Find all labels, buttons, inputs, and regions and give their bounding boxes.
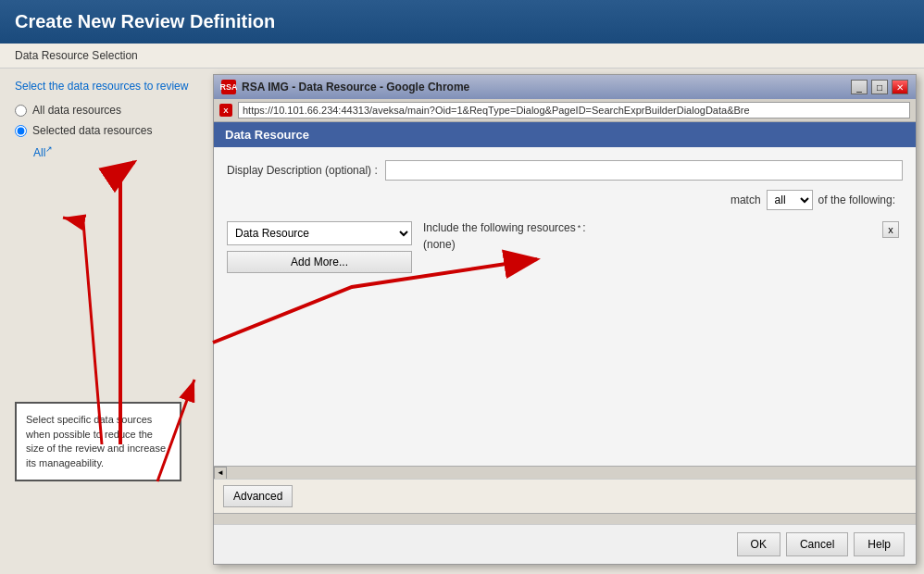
dr-left: Data Resource Add More... bbox=[227, 221, 412, 273]
match-row: match all any of the following: bbox=[227, 190, 903, 210]
help-button[interactable]: Help bbox=[854, 532, 905, 556]
page-title: Create New Review Definition bbox=[15, 11, 909, 32]
dialog-footer: OK Cancel Help bbox=[214, 524, 916, 564]
of-following-label: of the following: bbox=[818, 193, 895, 206]
match-label: match bbox=[730, 193, 761, 206]
include-close-button[interactable]: x bbox=[882, 221, 899, 238]
selected-data-resources-group: Selected data resources bbox=[15, 124, 207, 137]
all-link[interactable]: All↗ bbox=[33, 144, 207, 159]
advanced-button[interactable]: Advanced bbox=[223, 485, 293, 507]
left-panel: Select the data resources to review All … bbox=[0, 65, 222, 574]
dr-right: Include the following resources*: (none)… bbox=[423, 221, 903, 251]
tooltip-box: Select specific data sources when possib… bbox=[15, 402, 181, 481]
include-none: (none) bbox=[423, 238, 903, 251]
address-bar: X https://10.101.66.234:44313/aveksa/mai… bbox=[214, 99, 916, 122]
selected-data-resources-text: Selected data resources bbox=[32, 124, 152, 137]
browser-titlebar: RSA RSA IMG - Data Resource - Google Chr… bbox=[214, 75, 916, 99]
data-resource-section: Data Resource Add More... Include the fo… bbox=[227, 221, 903, 273]
match-select[interactable]: all any bbox=[767, 190, 813, 210]
all-data-resources-text: All data resources bbox=[32, 104, 121, 117]
browser-minimize-btn[interactable]: _ bbox=[851, 80, 868, 94]
dialog-horizontal-scrollbar[interactable] bbox=[214, 513, 916, 524]
address-input[interactable]: https://10.101.66.234:44313/aveksa/main?… bbox=[238, 102, 910, 119]
add-more-button[interactable]: Add More... bbox=[227, 251, 412, 273]
browser-maximize-btn[interactable]: □ bbox=[871, 80, 888, 94]
browser-title: RSA IMG - Data Resource - Google Chrome bbox=[242, 81, 469, 94]
all-data-resources-label[interactable]: All data resources bbox=[15, 104, 207, 117]
display-description-row: Display Description (optional) : bbox=[227, 160, 903, 181]
all-data-resources-radio[interactable] bbox=[15, 105, 27, 117]
selected-data-resources-label[interactable]: Selected data resources bbox=[15, 124, 207, 137]
section-label: Select the data resources to review bbox=[15, 80, 207, 93]
browser-app-icon: RSA bbox=[221, 80, 236, 94]
browser-controls: _ □ ✕ bbox=[851, 80, 908, 94]
arrows-overlay bbox=[0, 65, 222, 574]
dialog-content: Data Resource Display Description (optio… bbox=[214, 122, 916, 564]
data-resource-select[interactable]: Data Resource bbox=[227, 221, 412, 245]
bottom-toolbar: Advanced bbox=[214, 479, 916, 513]
scroll-left-btn[interactable]: ◄ bbox=[214, 467, 227, 480]
main-background: Create New Review Definition Data Resour… bbox=[0, 0, 924, 574]
display-description-input[interactable] bbox=[385, 160, 903, 181]
tooltip-text: Select specific data sources when possib… bbox=[26, 414, 166, 468]
ok-button[interactable]: OK bbox=[737, 532, 780, 556]
dialog-header: Data Resource bbox=[214, 122, 916, 147]
dialog-header-text: Data Resource bbox=[225, 128, 309, 142]
display-description-label: Display Description (optional) : bbox=[227, 164, 378, 177]
include-label: Include the following resources*: bbox=[423, 221, 903, 234]
dialog-body: Display Description (optional) : match a… bbox=[214, 147, 916, 466]
address-security-icon: X bbox=[219, 104, 232, 117]
browser-close-btn[interactable]: ✕ bbox=[892, 80, 908, 94]
selected-data-resources-radio[interactable] bbox=[15, 125, 27, 137]
all-data-resources-group: All data resources bbox=[15, 104, 207, 117]
cancel-button[interactable]: Cancel bbox=[786, 532, 848, 556]
sub-header-text: Data Resource Selection bbox=[15, 49, 138, 62]
browser-titlebar-left: RSA RSA IMG - Data Resource - Google Chr… bbox=[221, 80, 469, 94]
content-spacer bbox=[227, 282, 903, 421]
page-header: Create New Review Definition bbox=[0, 0, 924, 44]
browser-window: RSA RSA IMG - Data Resource - Google Chr… bbox=[213, 74, 917, 565]
horizontal-scrollbar[interactable]: ◄ bbox=[214, 466, 916, 479]
